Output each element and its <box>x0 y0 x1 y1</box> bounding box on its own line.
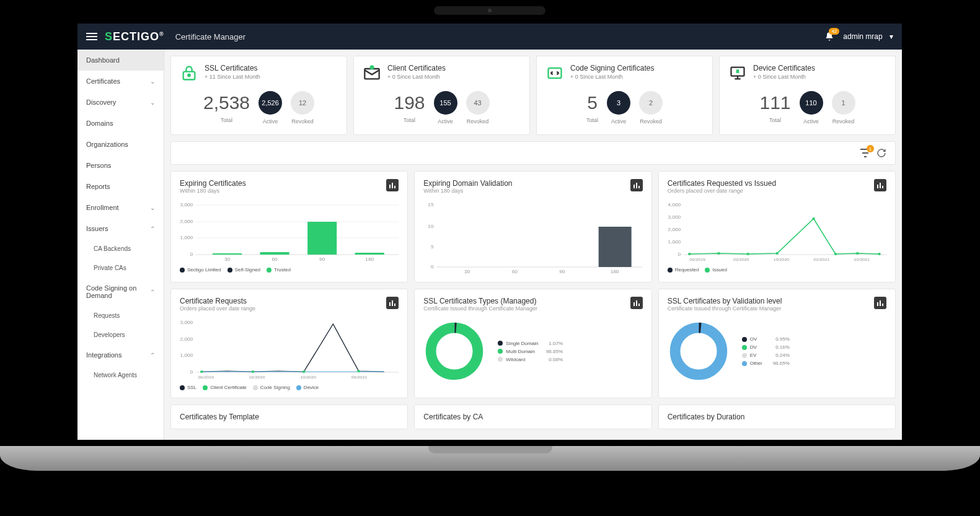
sidebar-item-ca-backends[interactable]: CA Backends <box>77 239 164 258</box>
sidebar-item-issuers[interactable]: Issuers⌃ <box>77 218 164 239</box>
svg-rect-26 <box>633 185 635 188</box>
svg-text:15: 15 <box>428 203 434 208</box>
stat-card: Code Signing Certificates + 0 Since Last… <box>536 56 713 135</box>
stat-total: 5 <box>586 92 598 113</box>
svg-point-69 <box>200 370 203 373</box>
svg-text:02/2021: 02/2021 <box>813 258 829 261</box>
sidebar-item-enrollment[interactable]: Enrollment⌄ <box>77 197 164 218</box>
sidebar-item-discovery[interactable]: Discovery⌄ <box>77 92 164 113</box>
svg-point-71 <box>302 370 306 373</box>
user-menu[interactable]: admin mrap ▾ <box>843 32 893 41</box>
chart-menu-icon[interactable] <box>386 179 399 191</box>
sidebar: Dashboard Certificates⌄ Discovery⌄ Domai… <box>77 50 164 440</box>
chart-expiring-certs: Expiring Certificates Within 180 days 3,… <box>170 171 408 282</box>
refresh-icon[interactable] <box>876 148 886 158</box>
svg-point-48 <box>688 253 691 255</box>
sidebar-item-code-signing[interactable]: Code Signing on Demand⌃ <box>77 278 164 306</box>
stat-subtitle: + 0 Since Last Month <box>387 74 446 80</box>
sidebar-item-network-agents[interactable]: Network Agents <box>77 365 164 385</box>
stat-total: 111 <box>759 92 790 113</box>
sidebar-item-organizations[interactable]: Organizations <box>77 134 164 155</box>
svg-text:5: 5 <box>431 245 434 250</box>
chevron-up-icon: ⌃ <box>150 289 155 295</box>
chart-menu-icon[interactable] <box>874 297 886 309</box>
sidebar-item-domains[interactable]: Domains <box>77 113 164 134</box>
svg-text:0: 0 <box>678 252 681 257</box>
sidebar-item-certificates[interactable]: Certificates⌄ <box>77 71 164 92</box>
svg-text:02/2020: 02/2020 <box>733 258 749 261</box>
svg-point-49 <box>717 252 720 255</box>
stat-revoked: 2 <box>639 91 663 115</box>
svg-point-55 <box>878 253 881 255</box>
svg-text:90: 90 <box>319 257 325 262</box>
svg-text:0: 0 <box>190 370 193 375</box>
svg-text:3,000: 3,000 <box>668 215 681 220</box>
chevron-down-icon: ⌄ <box>150 78 155 85</box>
svg-text:180: 180 <box>611 269 619 274</box>
svg-rect-82 <box>877 302 878 306</box>
svg-text:1,000: 1,000 <box>180 235 193 240</box>
sidebar-item-reports[interactable]: Reports <box>77 176 164 197</box>
svg-rect-84 <box>882 304 883 306</box>
stat-active: 3 <box>607 91 630 115</box>
stat-active: 2,526 <box>258 91 282 115</box>
chart-subtitle: Certificate Issued through Certificate M… <box>668 305 782 312</box>
main-content: SSL Certificates + 11 Since Last Month 2… <box>164 50 902 440</box>
svg-point-72 <box>357 370 360 372</box>
svg-rect-6 <box>736 69 739 73</box>
brand-logo[interactable]: SECTIGO® <box>105 30 164 43</box>
notification-icon[interactable]: 42 <box>824 32 834 42</box>
svg-point-50 <box>746 253 749 255</box>
filter-badge: 1 <box>867 145 874 152</box>
chart-legend: Single Domain1.07%Multi Domain98.85%Wild… <box>498 338 563 365</box>
svg-point-3 <box>370 65 374 69</box>
filter-icon[interactable]: 1 <box>860 149 870 157</box>
svg-rect-61 <box>389 302 391 306</box>
svg-point-51 <box>775 252 779 255</box>
chart-title: Certificates Requested vs Issued <box>668 179 776 188</box>
sidebar-item-dashboard[interactable]: Dashboard <box>77 50 164 71</box>
chart-subtitle: Orders placed over date range <box>180 305 255 312</box>
svg-text:10/2020: 10/2020 <box>300 375 316 379</box>
chart-subtitle: Orders placed over date range <box>668 188 776 194</box>
chart-menu-icon[interactable] <box>386 297 399 309</box>
chart-menu-icon[interactable] <box>630 297 643 309</box>
svg-rect-41 <box>882 186 883 188</box>
svg-rect-18 <box>213 253 242 255</box>
sidebar-item-integrations[interactable]: Integrations⌃ <box>77 344 164 365</box>
svg-text:02/2020: 02/2020 <box>249 375 265 379</box>
stat-active: 110 <box>800 91 823 115</box>
chart-title: Expiring Certificates <box>180 179 246 188</box>
svg-text:06/2019: 06/2019 <box>689 258 705 261</box>
chart-menu-icon[interactable] <box>874 179 886 191</box>
stat-revoked: 1 <box>832 91 855 115</box>
lock-icon <box>180 64 198 82</box>
chart-title: Certificates by CA <box>423 413 642 421</box>
svg-rect-21 <box>355 253 384 255</box>
chart-title: SSL Certificates Types (Managed) <box>423 297 537 305</box>
stat-revoked: 12 <box>291 91 314 115</box>
svg-rect-62 <box>392 300 393 306</box>
stat-total: 2,538 <box>203 92 250 113</box>
stat-subtitle: + 0 Since Last Month <box>753 74 815 80</box>
svg-point-70 <box>251 370 254 373</box>
stat-card: Device Certificates + 0 Since Last Month… <box>719 56 896 135</box>
svg-rect-9 <box>394 186 395 188</box>
topbar: SECTIGO® Certificate Manager 42 admin mr… <box>77 24 902 50</box>
svg-rect-20 <box>307 222 337 255</box>
svg-point-52 <box>812 217 815 220</box>
menu-icon[interactable] <box>86 31 97 42</box>
stat-title: Client Certificates <box>387 64 446 72</box>
sidebar-item-private-cas[interactable]: Private CAs <box>77 258 164 278</box>
chart-legend: OV0.95%DV0.16%EV0.24%Other98.65% <box>742 334 790 369</box>
sidebar-item-persons[interactable]: Persons <box>77 155 164 176</box>
chart-menu-icon[interactable] <box>630 179 643 191</box>
notification-badge: 42 <box>829 28 839 35</box>
sidebar-item-developers[interactable]: Developers <box>77 325 164 344</box>
svg-rect-39 <box>877 185 878 188</box>
chart-ssl-types: SSL Certificates Types (Managed) Certifi… <box>414 289 651 398</box>
app-title: Certificate Manager <box>175 32 245 42</box>
chevron-down-icon: ⌄ <box>150 99 155 106</box>
sidebar-item-requests[interactable]: Requests <box>77 306 164 325</box>
chart-grid: Expiring Certificates Within 180 days 3,… <box>170 171 896 429</box>
